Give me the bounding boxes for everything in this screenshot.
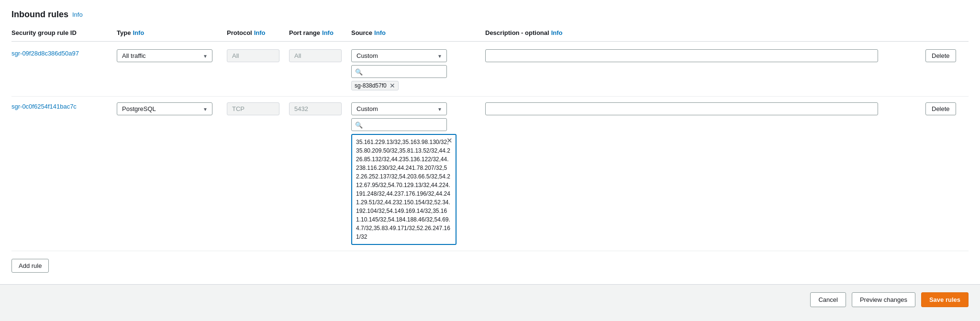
- source-select-2[interactable]: Custom Anywhere-IPv4 Anywhere-IPv6 My IP: [351, 102, 447, 115]
- type-info-link[interactable]: Info: [133, 29, 144, 36]
- description-info-link[interactable]: Info: [551, 29, 563, 36]
- delete-button-1[interactable]: Delete: [925, 49, 956, 62]
- source-tag-1: sg-838d57f0 ✕: [351, 81, 399, 90]
- protocol-field-1: All: [227, 49, 279, 62]
- description-cell-2: [485, 100, 925, 117]
- source-search-input-2[interactable]: [351, 118, 447, 131]
- cancel-button[interactable]: Cancel: [810, 292, 846, 307]
- source-tag-row-1: sg-838d57f0 ✕: [351, 81, 399, 90]
- protocol-info-link[interactable]: Info: [254, 29, 266, 36]
- footer-bar: Cancel Preview changes Save rules: [0, 284, 980, 315]
- panel-header: Inbound rules Info: [11, 10, 969, 20]
- page-title: Inbound rules: [11, 10, 68, 20]
- type-select-1[interactable]: All traffic Custom TCP Custom UDP SSH Po…: [117, 49, 212, 62]
- source-select-row-2: Custom Anywhere-IPv4 Anywhere-IPv6 My IP…: [351, 102, 447, 115]
- col-protocol: Protocol Info: [227, 27, 289, 38]
- col-actions: [925, 31, 969, 35]
- protocol-field-2: TCP: [227, 102, 279, 115]
- port-range-info-link[interactable]: Info: [322, 29, 334, 36]
- type-select-wrapper-1: All traffic Custom TCP Custom UDP SSH Po…: [117, 49, 212, 62]
- delete-button-2[interactable]: Delete: [925, 102, 956, 115]
- source-select-wrapper-2: Custom Anywhere-IPv4 Anywhere-IPv6 My IP…: [351, 102, 447, 115]
- type-cell-1: All traffic Custom TCP Custom UDP SSH Po…: [117, 47, 227, 64]
- add-rule-button[interactable]: Add rule: [11, 259, 49, 273]
- port-range-field-2: 5432: [289, 102, 342, 115]
- source-select-1[interactable]: Custom Anywhere-IPv4 Anywhere-IPv6 My IP: [351, 49, 447, 62]
- col-type: Type Info: [117, 27, 227, 38]
- type-select-2[interactable]: All traffic Custom TCP Custom UDP SSH Po…: [117, 102, 212, 115]
- source-cell-2: Custom Anywhere-IPv4 Anywhere-IPv6 My IP…: [351, 100, 485, 247]
- search-icon-1: 🔍: [355, 68, 363, 75]
- ip-list-text-2: 35.161.229.13/32,35.163.98.130/32,35.80.…: [356, 139, 450, 240]
- source-tag-remove-1[interactable]: ✕: [389, 82, 395, 89]
- ip-tag-box-2: 35.161.229.13/32,35.163.98.130/32,35.80.…: [351, 134, 457, 245]
- col-source: Source Info: [351, 27, 485, 38]
- type-select-wrapper-2: All traffic Custom TCP Custom UDP SSH Po…: [117, 102, 212, 115]
- table-row: sgr-0c0f6254f141bac7c All traffic Custom…: [11, 97, 969, 251]
- description-input-1[interactable]: [485, 49, 878, 62]
- title-info-link[interactable]: Info: [72, 11, 83, 18]
- rule-id-cell-1: sgr-09f28d8c386d50a97: [11, 47, 117, 59]
- inbound-rules-panel: Inbound rules Info Security group rule I…: [0, 0, 980, 284]
- source-tag-text-1: sg-838d57f0: [355, 82, 387, 89]
- source-search-input-1[interactable]: [351, 65, 447, 78]
- preview-changes-button[interactable]: Preview changes: [852, 292, 915, 307]
- rule-id-cell-2: sgr-0c0f6254f141bac7c: [11, 100, 117, 112]
- rule-id-link-2[interactable]: sgr-0c0f6254f141bac7c: [11, 100, 77, 110]
- save-rules-button[interactable]: Save rules: [921, 292, 969, 307]
- protocol-cell-1: All: [227, 47, 289, 64]
- source-search-wrapper-1: 🔍: [351, 65, 447, 78]
- col-description: Description - optional Info: [485, 27, 925, 38]
- source-select-row-1: Custom Anywhere-IPv4 Anywhere-IPv6 My IP…: [351, 49, 447, 62]
- source-search-wrapper-2: 🔍: [351, 118, 447, 131]
- port-range-cell-2: 5432: [289, 100, 351, 117]
- source-cell-1: Custom Anywhere-IPv4 Anywhere-IPv6 My IP…: [351, 47, 485, 92]
- protocol-cell-2: TCP: [227, 100, 289, 117]
- ip-tag-close-2[interactable]: ✕: [446, 137, 453, 144]
- rule-id-link-1[interactable]: sgr-09f28d8c386d50a97: [11, 47, 79, 57]
- table-header: Security group rule ID Type Info Protoco…: [11, 27, 969, 42]
- port-range-field-1: All: [289, 49, 342, 62]
- source-select-wrapper-1: Custom Anywhere-IPv4 Anywhere-IPv6 My IP…: [351, 49, 447, 62]
- description-cell-1: [485, 47, 925, 64]
- action-cell-2: Delete: [925, 100, 969, 117]
- search-icon-2: 🔍: [355, 121, 363, 128]
- table-row: sgr-09f28d8c386d50a97 All traffic Custom…: [11, 44, 969, 97]
- action-cell-1: Delete: [925, 47, 969, 64]
- col-port-range: Port range Info: [289, 27, 351, 38]
- description-input-2[interactable]: [485, 102, 878, 115]
- col-rule-id: Security group rule ID: [11, 27, 117, 38]
- type-cell-2: All traffic Custom TCP Custom UDP SSH Po…: [117, 100, 227, 117]
- port-range-cell-1: All: [289, 47, 351, 64]
- source-info-link[interactable]: Info: [374, 29, 386, 36]
